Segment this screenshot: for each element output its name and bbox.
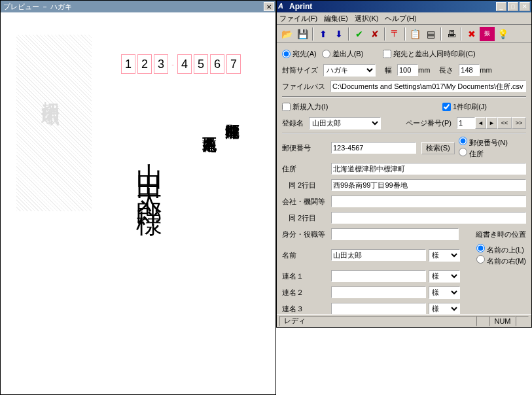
name-input[interactable] bbox=[331, 249, 426, 261]
minimize-button[interactable]: _ bbox=[496, 2, 506, 11]
oneprint-label: 1件印刷(J) bbox=[453, 102, 487, 112]
height-unit: mm bbox=[480, 66, 491, 74]
status-ready: レディ bbox=[279, 316, 476, 326]
status-blank1 bbox=[476, 316, 489, 326]
menubar: ファイル(F) 編集(E) 選択(K) ヘルプ(H) bbox=[277, 12, 531, 25]
postal-label: 郵便番号 bbox=[282, 143, 331, 153]
width-input[interactable] bbox=[397, 64, 418, 76]
close-button[interactable]: ✕ bbox=[520, 2, 530, 11]
ren2-label: 連名２ bbox=[282, 288, 331, 298]
search-button[interactable]: 検索(S) bbox=[421, 142, 455, 154]
postal-digit: 6 bbox=[210, 54, 224, 74]
vpos-right-radio[interactable] bbox=[476, 255, 485, 264]
height-label: 長さ bbox=[439, 65, 453, 75]
size-select[interactable]: ハガキ bbox=[323, 64, 376, 77]
postal-separator: - bbox=[170, 54, 175, 74]
size-label: 封筒サイズ bbox=[282, 65, 318, 75]
ren2-suffix-select[interactable]: 様 bbox=[429, 286, 460, 299]
down-icon[interactable]: ⬇ bbox=[331, 27, 346, 41]
cancel-icon[interactable]: ✘ bbox=[367, 27, 382, 41]
main-titlebar: A Aprint _ □ ✕ bbox=[277, 1, 531, 12]
dest-atena-label: 宛先(A) bbox=[293, 49, 317, 59]
opt-postal-label: 郵便番号(N) bbox=[469, 139, 508, 146]
menu-edit[interactable]: 編集(E) bbox=[324, 14, 348, 24]
preview-body: 切手消印領域 1 2 3 - 4 5 6 7 北海道標津郡中標津町 西九九条南九… bbox=[1, 12, 275, 394]
postal-digit: 5 bbox=[194, 54, 208, 74]
up-icon[interactable]: ⬆ bbox=[315, 27, 330, 41]
reg-label: 登録名 bbox=[282, 118, 304, 128]
vpos-above-radio[interactable] bbox=[476, 244, 485, 252]
menu-select[interactable]: 選択(K) bbox=[355, 14, 379, 24]
page-label: ページ番号(P) bbox=[406, 118, 452, 128]
page-first-button[interactable]: << bbox=[497, 117, 512, 129]
menu-help[interactable]: ヘルプ(H) bbox=[385, 14, 416, 24]
org-input[interactable] bbox=[331, 196, 526, 207]
dest-sender-label: 差出人(B) bbox=[332, 49, 364, 59]
oneprint-check[interactable] bbox=[442, 103, 451, 111]
toolbar: 📂 💾 ⬆ ⬇ ✔ ✘ 〒 📋 ▤ 🖶 ✖ 振 💡 bbox=[277, 25, 531, 43]
width-label: 幅 bbox=[385, 65, 392, 75]
title-input[interactable] bbox=[331, 228, 459, 240]
preview-name: 山田太郎様 bbox=[131, 143, 167, 201]
postal-boxes: 1 2 3 - 4 5 6 7 bbox=[121, 54, 241, 74]
opt-addr-label: 住所 bbox=[469, 150, 484, 158]
status-blank2 bbox=[516, 316, 529, 326]
ren1-input[interactable] bbox=[331, 270, 426, 282]
opt-addr-radio[interactable] bbox=[459, 148, 467, 156]
reg-select[interactable]: 山田太郎 bbox=[309, 117, 381, 129]
org2-label: 同 2行目 bbox=[282, 213, 331, 223]
copy-icon[interactable]: 📋 bbox=[408, 27, 423, 41]
maximize-button[interactable]: □ bbox=[508, 2, 518, 11]
hagaki-preview: 切手消印領域 1 2 3 - 4 5 6 7 北海道標津郡中標津町 西九九条南九… bbox=[3, 15, 252, 381]
opt-postal-radio[interactable] bbox=[459, 137, 467, 145]
app-icon: A bbox=[278, 2, 287, 11]
height-input[interactable] bbox=[459, 64, 480, 76]
org2-input[interactable] bbox=[331, 212, 526, 224]
addr-label: 住所 bbox=[282, 164, 331, 174]
page-prev-button[interactable]: ◄ bbox=[475, 117, 486, 129]
open-icon[interactable]: 📂 bbox=[279, 27, 294, 41]
dest-sender-radio[interactable] bbox=[322, 50, 330, 58]
clear-icon[interactable]: ✖ bbox=[464, 27, 479, 41]
suffix-select[interactable]: 様 bbox=[429, 249, 460, 262]
ren3-label: 連名３ bbox=[282, 304, 331, 314]
preview-title: プレビュー － ハガキ bbox=[2, 2, 264, 12]
config-icon[interactable]: 振 bbox=[480, 27, 495, 41]
vpos-right-label: 名前の右(M) bbox=[487, 257, 527, 265]
ren3-input[interactable] bbox=[331, 303, 426, 314]
main-window: A Aprint _ □ ✕ ファイル(F) 編集(E) 選択(K) ヘルプ(H… bbox=[276, 0, 532, 328]
newentry-label: 新規入力(I) bbox=[293, 102, 328, 112]
dest-both-check[interactable] bbox=[383, 50, 391, 58]
form-area: 宛先(A) 差出人(B) 宛先と差出人同時印刷(C) 封筒サイズ ハガキ 幅 m… bbox=[277, 43, 531, 314]
postal-digit: 7 bbox=[226, 54, 241, 74]
ren3-suffix-select[interactable]: 様 bbox=[429, 303, 460, 315]
print-icon[interactable]: 🖶 bbox=[444, 27, 459, 41]
check-icon[interactable]: ✔ bbox=[351, 27, 366, 41]
org-label: 会社・機関等 bbox=[282, 197, 331, 207]
page-input[interactable] bbox=[457, 117, 475, 129]
page-next-button[interactable]: ► bbox=[486, 117, 497, 129]
title-label: 身分・役職等 bbox=[282, 230, 331, 239]
main-title: Aprint bbox=[289, 2, 495, 11]
dest-atena-radio[interactable] bbox=[282, 50, 291, 58]
addr2-input[interactable] bbox=[331, 179, 526, 191]
postal-icon[interactable]: 〒 bbox=[387, 27, 402, 41]
name-label: 名前 bbox=[282, 250, 331, 260]
path-label: ファイルパス bbox=[282, 82, 325, 92]
addr-input[interactable] bbox=[331, 163, 526, 175]
help-icon[interactable]: 💡 bbox=[495, 27, 510, 41]
dest-both-label: 宛先と差出人同時印刷(C) bbox=[393, 49, 475, 59]
list-icon[interactable]: ▤ bbox=[423, 27, 438, 41]
path-input[interactable] bbox=[330, 80, 526, 92]
ren2-input[interactable] bbox=[331, 286, 426, 298]
save-icon[interactable]: 💾 bbox=[295, 27, 310, 41]
ren1-suffix-select[interactable]: 様 bbox=[429, 270, 460, 283]
menu-file[interactable]: ファイル(F) bbox=[279, 14, 317, 24]
statusbar: レディ NUM bbox=[277, 314, 531, 327]
status-num: NUM bbox=[489, 316, 516, 326]
page-last-button[interactable]: >> bbox=[512, 117, 526, 129]
postal-input[interactable] bbox=[331, 142, 416, 154]
preview-close-button[interactable]: ✕ bbox=[264, 2, 274, 11]
newentry-check[interactable] bbox=[282, 103, 291, 111]
postal-digit: 1 bbox=[121, 54, 135, 74]
